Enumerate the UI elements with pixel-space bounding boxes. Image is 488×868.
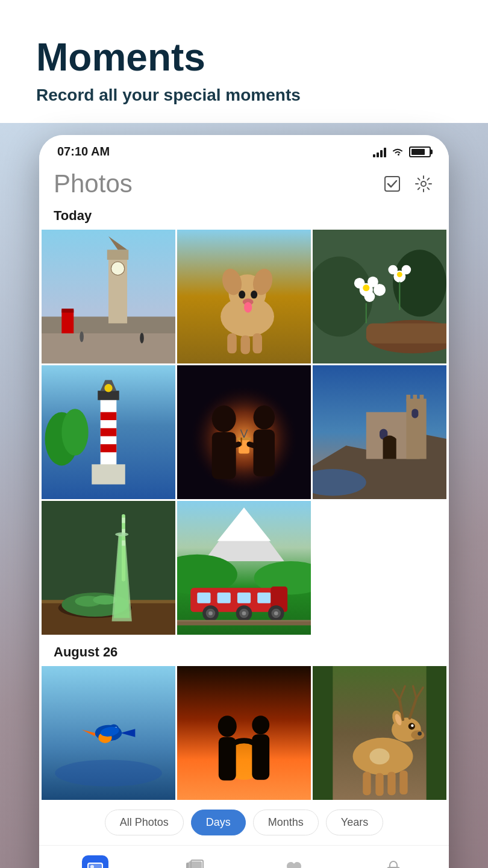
svg-rect-22 [227, 333, 237, 353]
settings-button[interactable] [413, 173, 434, 195]
status-icons [373, 146, 431, 157]
svg-rect-24 [252, 333, 262, 353]
svg-rect-56 [212, 432, 236, 479]
svg-rect-87 [122, 518, 125, 523]
svg-rect-147 [387, 772, 395, 796]
svg-point-90 [115, 533, 128, 537]
svg-point-44 [61, 409, 88, 456]
august26-section: August 26 [39, 635, 449, 800]
svg-point-124 [218, 716, 237, 738]
svg-rect-70 [406, 395, 410, 401]
filter-days[interactable]: Days [191, 810, 246, 835]
svg-rect-46 [101, 412, 117, 420]
svg-rect-8 [61, 310, 74, 337]
svg-point-114 [55, 760, 162, 787]
photos-screen-title: Photos [54, 169, 133, 198]
svg-point-35 [363, 285, 369, 291]
svg-rect-23 [240, 336, 250, 354]
svg-rect-10 [42, 333, 175, 363]
photo-train[interactable] [177, 501, 311, 635]
svg-rect-49 [98, 391, 119, 401]
svg-rect-89 [122, 541, 125, 546]
vault-nav-icon [383, 858, 404, 868]
photo-london[interactable] [42, 230, 175, 363]
svg-rect-99 [237, 593, 251, 603]
wifi-icon [391, 147, 404, 157]
battery-icon [409, 146, 431, 157]
svg-point-11 [80, 332, 84, 342]
svg-point-37 [388, 265, 398, 275]
svg-line-64 [234, 444, 239, 445]
nav-foryou[interactable]: For you [270, 858, 318, 868]
svg-rect-72 [420, 395, 424, 401]
bottom-nav: Photos Albums [39, 845, 449, 868]
foryou-nav-icon [283, 858, 305, 868]
svg-rect-146 [375, 773, 383, 796]
svg-point-39 [397, 272, 402, 277]
svg-point-12 [140, 333, 144, 344]
svg-point-126 [252, 716, 269, 735]
app-title: Moments [36, 36, 452, 78]
phone-mockup: 07:10 AM Photos [39, 135, 449, 868]
svg-rect-0 [385, 177, 399, 191]
svg-point-19 [251, 291, 257, 298]
svg-rect-60 [237, 438, 251, 440]
svg-point-104 [208, 612, 213, 616]
svg-point-136 [411, 725, 413, 727]
filter-months[interactable]: Months [253, 810, 319, 835]
select-button[interactable] [381, 173, 403, 195]
svg-rect-100 [257, 593, 271, 603]
svg-rect-129 [313, 666, 333, 800]
photo-couple2[interactable] [177, 666, 311, 800]
svg-rect-130 [427, 666, 446, 800]
photo-bird[interactable] [42, 666, 175, 800]
svg-point-57 [254, 406, 275, 430]
svg-point-51 [104, 384, 112, 392]
svg-point-1 [421, 181, 426, 186]
svg-point-7 [111, 262, 124, 275]
svg-rect-9 [61, 309, 74, 313]
filter-years[interactable]: Years [326, 810, 383, 835]
svg-rect-48 [101, 444, 117, 452]
august26-label: August 26 [39, 640, 449, 666]
photo-dog[interactable] [177, 230, 311, 363]
nav-vault[interactable]: Vault [369, 858, 418, 868]
svg-rect-27 [366, 324, 446, 344]
svg-rect-73 [411, 409, 418, 419]
svg-point-38 [402, 265, 411, 275]
svg-point-21 [244, 302, 252, 313]
svg-rect-112 [177, 621, 311, 626]
photo-deer[interactable] [313, 666, 446, 800]
svg-point-149 [369, 749, 389, 765]
photo-castle[interactable] [313, 365, 446, 499]
svg-point-34 [364, 292, 375, 303]
photo-smoothie[interactable] [42, 501, 175, 635]
svg-rect-71 [413, 395, 418, 401]
signal-icon [373, 146, 386, 157]
nav-photos[interactable]: Photos [71, 855, 119, 868]
filter-all-photos[interactable]: All Photos [105, 810, 184, 835]
photos-nav-icon [82, 855, 108, 868]
filter-tabs: All Photos Days Months Years [39, 800, 449, 845]
status-time: 07:10 AM [57, 145, 110, 159]
nav-albums[interactable]: Albums [170, 858, 219, 868]
today-section-label: Today [39, 203, 449, 230]
svg-point-29 [393, 250, 446, 317]
svg-rect-150 [88, 863, 102, 868]
svg-rect-69 [406, 399, 426, 459]
svg-rect-86 [122, 515, 125, 582]
svg-rect-58 [254, 430, 275, 477]
svg-rect-148 [399, 771, 407, 795]
svg-point-134 [418, 732, 422, 736]
svg-point-33 [374, 284, 386, 296]
svg-rect-97 [197, 593, 210, 603]
today-photo-grid [39, 230, 449, 635]
photo-lighthouse[interactable] [42, 365, 175, 499]
photo-flowers[interactable] [313, 230, 446, 363]
photo-couple[interactable] [177, 365, 311, 499]
albums-nav-icon [184, 858, 205, 868]
svg-rect-5 [107, 250, 129, 260]
svg-rect-54 [177, 365, 311, 499]
svg-rect-98 [217, 593, 231, 603]
svg-point-133 [411, 731, 424, 740]
